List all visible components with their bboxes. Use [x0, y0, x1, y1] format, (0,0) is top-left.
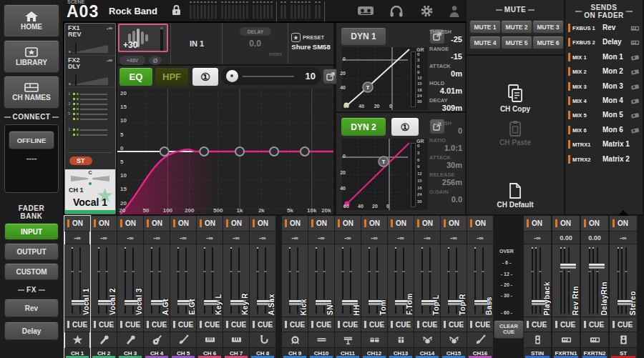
send-row[interactable]: MIX 3Mon 3 [567, 80, 641, 94]
mute-group-button[interactable]: MUTE 2 [501, 20, 532, 34]
dyn2-button[interactable]: DYN 2 [341, 117, 386, 136]
send-row[interactable]: FXBUS 2Delay [567, 36, 641, 49]
fader[interactable]: HH [335, 244, 361, 317]
channel-on-button[interactable]: ON [388, 216, 414, 232]
phantom-48v-button[interactable]: +48V [119, 56, 145, 65]
ch-paste-button[interactable]: CH Paste [467, 139, 564, 146]
delay-cell[interactable]: DELAY 0.0 meter [222, 23, 288, 64]
fader[interactable]: Top R [441, 244, 467, 317]
scene-number[interactable]: A03 [67, 2, 99, 21]
channel-on-button[interactable]: ON [250, 216, 275, 232]
fader[interactable]: Top L [414, 244, 440, 317]
cue-button[interactable]: CUE [414, 317, 440, 332]
channel-on-button[interactable]: ON [91, 216, 117, 232]
phase-button[interactable]: Ø [149, 56, 162, 65]
hpf-button[interactable]: HPF [155, 67, 189, 86]
fader[interactable]: Tom [361, 244, 387, 317]
channel-on-button[interactable]: ON [581, 216, 608, 232]
send-row[interactable]: FXBUS 1Rev [567, 21, 641, 35]
preset-cell[interactable]: ★PRESET Shure SM58 [288, 23, 333, 64]
cue-button[interactable]: CUE [467, 317, 493, 332]
home-button[interactable]: HOME [4, 4, 59, 37]
eq-graph[interactable]: 201510505101520 20501002005001k2k5k10k20… [117, 89, 333, 214]
channel-on-button[interactable]: ON [610, 216, 637, 232]
fader-bank-input-button[interactable]: INPUT [4, 223, 59, 240]
channel-on-button[interactable]: ON [552, 216, 580, 232]
mute-group-button[interactable]: MUTE 6 [532, 36, 564, 49]
channel-on-button[interactable]: ON [308, 216, 334, 232]
cue-button[interactable]: CUE [581, 317, 608, 332]
fader[interactable]: SN [308, 244, 334, 317]
fader[interactable]: A.Sax [250, 244, 275, 317]
fader[interactable]: Vocal 3 [117, 244, 143, 317]
fader[interactable]: Vocal 2 [91, 244, 117, 317]
fader[interactable]: Bass [467, 244, 493, 317]
eq-on-button[interactable]: EQ [119, 67, 153, 86]
fader[interactable]: Vocal 1 [64, 244, 90, 317]
st-assign-badge[interactable]: ST [69, 156, 92, 165]
ch-copy-button[interactable]: CH Copy [467, 105, 564, 113]
cue-button[interactable]: CUE [91, 317, 117, 332]
fader-bank-custom-button[interactable]: CUSTOM [4, 263, 59, 280]
fader[interactable]: Playback [524, 244, 551, 317]
eq-mode-badge[interactable]: ① [192, 67, 219, 86]
ch-default-button[interactable]: CH Default [467, 201, 564, 209]
cue-button[interactable]: CUE [250, 317, 275, 332]
fader[interactable]: Key R [223, 244, 249, 317]
fader[interactable]: Key L [197, 244, 223, 317]
fx-delay-button[interactable]: Delay [4, 322, 59, 340]
fader[interactable]: Kick [282, 244, 308, 317]
cue-button[interactable]: CUE [170, 317, 196, 332]
library-button[interactable]: LIBRARY [4, 40, 59, 73]
channel-on-button[interactable]: ON [335, 216, 361, 232]
cue-button[interactable]: CUE [144, 317, 170, 332]
mute-group-button[interactable]: MUTE 1 [469, 20, 501, 34]
send-row[interactable]: MIX 6Mon 6 [567, 124, 641, 137]
fader[interactable]: DelayRtn [581, 244, 608, 317]
fader[interactable]: E.Gt [170, 244, 196, 317]
channel-on-button[interactable]: ON [467, 216, 493, 232]
user-icon[interactable] [447, 4, 462, 18]
send-row[interactable]: MIX 1Mon 1 [567, 51, 641, 64]
clear-cue-button[interactable]: CLEARCUE [494, 320, 524, 339]
channel-on-button[interactable]: ON [117, 216, 143, 232]
dyn2-graph[interactable]: TGR03691215182430020406040200 [342, 139, 428, 210]
dyn1-button[interactable]: DYN 1 [341, 27, 386, 46]
channel-name-card[interactable]: C CH 1 ★ Vocal 1 [65, 169, 115, 214]
dyn1-graph[interactable]: TGR03691215182430020406040200 [342, 47, 428, 110]
headphones-icon[interactable] [389, 4, 404, 18]
channel-on-button[interactable]: ON [170, 216, 196, 232]
fx-rev-button[interactable]: Rev [4, 299, 59, 317]
cue-button[interactable]: CUE [197, 317, 223, 332]
fx2-send[interactable]: FX2DLY -∞ [65, 56, 115, 88]
recorder-icon[interactable] [358, 4, 374, 18]
channel-on-button[interactable]: ON [64, 216, 90, 232]
cue-button[interactable]: CUE [223, 317, 249, 332]
cue-button[interactable]: CUE [308, 317, 334, 332]
settings-icon[interactable] [419, 4, 434, 18]
fader-bank-output-button[interactable]: OUTPUT [4, 243, 59, 260]
cue-button[interactable]: CUE [524, 317, 551, 332]
send-row[interactable]: MTRX1Matrix 1 [567, 138, 641, 151]
cue-button[interactable]: CUE [335, 317, 361, 332]
channel-on-button[interactable]: ON [282, 216, 308, 232]
gain-button[interactable]: +30 [118, 24, 168, 52]
cue-button[interactable]: CUE [117, 317, 143, 332]
dyn2-mode-badge[interactable]: ① [391, 117, 419, 136]
fader[interactable]: A.Gt [144, 244, 170, 317]
fader[interactable]: Rev Rtn [552, 244, 580, 317]
fader-handle[interactable] [560, 263, 577, 269]
ch-names-button[interactable]: CH NAMES [4, 76, 59, 109]
fader-handle[interactable] [588, 263, 605, 269]
channel-on-button[interactable]: ON [361, 216, 387, 232]
cue-button[interactable]: CUE [388, 317, 414, 332]
fader[interactable]: F.Tom [388, 244, 414, 317]
cue-button[interactable]: CUE [441, 317, 467, 332]
mute-group-button[interactable]: MUTE 4 [469, 36, 501, 49]
channel-on-button[interactable]: ON [144, 216, 170, 232]
channel-on-button[interactable]: ON [524, 216, 551, 232]
channel-on-button[interactable]: ON [223, 216, 249, 232]
channel-on-button[interactable]: ON [197, 216, 223, 232]
cue-button[interactable]: CUE [361, 317, 387, 332]
send-row[interactable]: MIX 2Mon 2 [567, 65, 641, 79]
